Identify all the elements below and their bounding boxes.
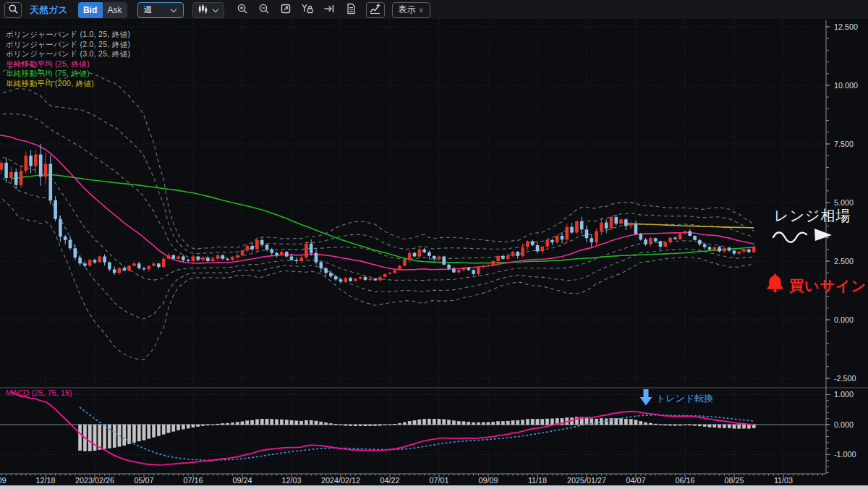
svg-text:7.500: 7.500 [834,140,854,148]
svg-text:07/16: 07/16 [183,476,203,485]
svg-text:12/18: 12/18 [35,476,55,485]
trend-reversal-down-arrow-icon[interactable] [639,389,652,406]
svg-text:5.000: 5.000 [834,198,854,207]
legend-item: ボリンジャーバンド (1.0, 25, 終値) [6,30,130,40]
trading-chart-app: 天然ガス Bid Ask 週 [0,0,868,489]
svg-text:05/07: 05/07 [134,476,153,485]
svg-text:12.500: 12.500 [834,22,858,31]
legend-item: 単純移動平均 (200, 終値) [6,79,130,89]
legend-item: ボリンジャーバンド (2.0, 25, 終値) [6,40,130,50]
svg-text:12/03: 12/03 [281,476,301,485]
svg-text:0.000: 0.000 [834,315,854,324]
svg-text:2023/02/26: 2023/02/26 [75,476,114,485]
window-edge-strip [0,485,868,489]
legend-item: 単純移動平均 (75, 終値) [6,69,130,79]
indicator-legend: ボリンジャーバンド (1.0, 25, 終値)ボリンジャーバンド (2.0, 2… [6,30,130,89]
svg-text:04/22: 04/22 [380,476,399,485]
buy-signal-bell-icon[interactable] [765,273,785,293]
svg-text:2.500: 2.500 [834,257,854,265]
svg-text:09/24: 09/24 [232,476,252,485]
svg-text:10/09: 10/09 [0,476,7,485]
svg-text:10.000: 10.000 [834,81,858,90]
svg-text:06/16: 06/16 [675,476,694,485]
macd-legend-label: MACD (25, 75, 15) [6,388,72,397]
svg-text:-2.500: -2.500 [834,374,856,383]
svg-text:0.000: 0.000 [834,420,854,429]
annotation-range-market-text[interactable]: レンジ相場 [774,206,851,226]
svg-text:11/18: 11/18 [528,476,547,485]
svg-text:04/07: 04/07 [626,476,645,485]
wavy-arrow-icon[interactable] [771,226,833,245]
annotation-trend-reversal-text[interactable]: トレンド転換 [656,392,713,405]
svg-text:-1.000: -1.000 [834,450,856,459]
svg-text:2024/02/12: 2024/02/12 [321,476,360,485]
annotation-buy-signal-text[interactable]: 買いサイン [789,276,867,296]
legend-item: ボリンジャーバンド (3.0, 25, 終値) [6,49,130,59]
svg-text:11/03: 11/03 [774,476,793,485]
svg-text:07/01: 07/01 [429,476,448,485]
svg-text:2025/01/27: 2025/01/27 [567,476,606,485]
svg-text:1.000: 1.000 [834,390,854,399]
legend-item: 単純移動平均 (25, 終値) [6,59,130,69]
svg-text:09/09: 09/09 [478,476,498,485]
svg-text:08/25: 08/25 [724,476,744,485]
